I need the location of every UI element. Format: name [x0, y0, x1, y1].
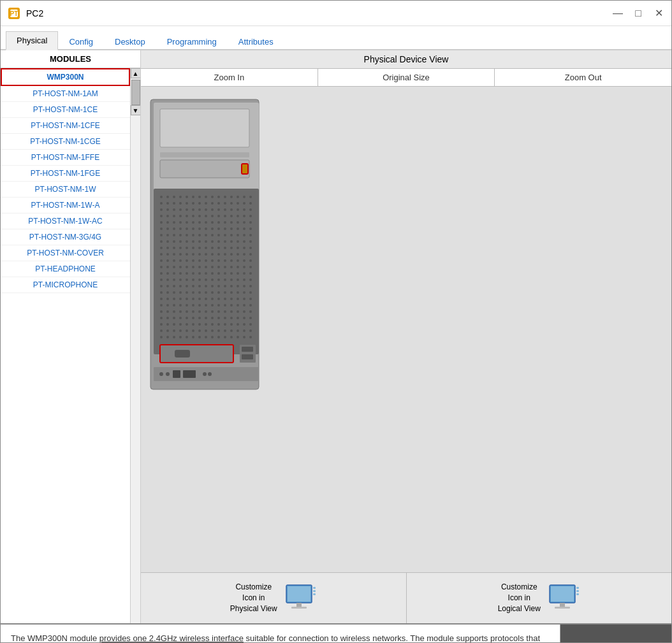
zoom-in-button[interactable]: Zoom In: [141, 69, 318, 86]
svg-point-367: [208, 372, 212, 376]
svg-rect-355: [160, 345, 233, 363]
svg-point-329: [186, 329, 188, 332]
module-item-pt-headphone[interactable]: PT-HEADPHONE: [1, 261, 130, 277]
svg-point-204: [249, 272, 252, 275]
svg-point-174: [249, 259, 252, 262]
svg-rect-7: [160, 160, 249, 178]
svg-rect-380: [576, 590, 579, 592]
svg-point-44: [186, 208, 188, 211]
svg-point-264: [249, 298, 252, 300]
minimize-button[interactable]: —: [611, 7, 624, 20]
svg-rect-369: [288, 586, 310, 602]
module-item-pt-host-nm-1w-ac[interactable]: PT-HOST-NM-1W-AC: [1, 213, 130, 229]
svg-point-306: [230, 317, 233, 319]
svg-point-43: [179, 208, 182, 211]
svg-point-284: [186, 310, 188, 313]
svg-point-347: [205, 336, 207, 338]
module-item-pt-host-nm-1ffe[interactable]: PT-HOST-NM-1FFE: [1, 150, 130, 166]
svg-point-327: [173, 329, 175, 332]
svg-point-317: [205, 323, 207, 326]
module-item-pt-host-nm-1w[interactable]: PT-HOST-NM-1W: [1, 182, 130, 198]
module-item-pt-host-nm-3g-4g[interactable]: PT-HOST-NM-3G/4G: [1, 229, 130, 245]
svg-point-139: [217, 247, 220, 249]
svg-rect-364: [173, 370, 180, 378]
svg-point-211: [198, 278, 201, 281]
svg-point-92: [205, 228, 207, 230]
module-item-pt-host-nm-1cfe[interactable]: PT-HOST-NM-1CFE: [1, 118, 130, 134]
tab-config[interactable]: Config: [58, 33, 104, 50]
module-item-pt-host-nm-1fge[interactable]: PT-HOST-NM-1FGE: [1, 166, 130, 182]
svg-point-304: [217, 317, 220, 319]
tab-programming[interactable]: Programming: [156, 33, 228, 50]
svg-point-144: [249, 247, 252, 249]
module-item-pt-host-nm-1ce[interactable]: PT-HOST-NM-1CE: [1, 102, 130, 118]
svg-point-294: [249, 310, 252, 313]
svg-point-157: [237, 253, 239, 256]
module-item-pt-host-nm-1w-a[interactable]: PT-HOST-NM-1W-A: [1, 198, 130, 213]
svg-point-69: [249, 215, 252, 217]
svg-point-158: [243, 253, 245, 256]
svg-point-146: [166, 253, 169, 256]
svg-point-217: [237, 278, 239, 281]
svg-point-205: [160, 278, 163, 281]
svg-point-272: [205, 304, 207, 307]
svg-point-289: [217, 310, 220, 313]
svg-point-173: [243, 259, 245, 262]
module-item-pt-microphone[interactable]: PT-MICROPHONE: [1, 277, 130, 293]
svg-point-127: [237, 240, 239, 243]
info-text: The WMP300N module provides one 2.4GHz w…: [1, 625, 560, 643]
module-item-pt-host-nm-cover[interactable]: PT-HOST-NM-COVER: [1, 245, 130, 261]
svg-point-11: [166, 196, 169, 198]
svg-point-94: [217, 228, 220, 230]
customize-logical-button[interactable]: Customize Icon in Logical View: [407, 573, 672, 623]
svg-point-254: [186, 298, 188, 300]
close-button[interactable]: ✕: [652, 7, 665, 20]
svg-point-107: [205, 234, 207, 236]
svg-point-53: [243, 208, 245, 211]
svg-point-305: [224, 317, 226, 319]
svg-point-41: [166, 208, 169, 211]
module-item-pt-host-nm-1am[interactable]: PT-HOST-NM-1AM: [1, 86, 130, 102]
svg-point-198: [211, 272, 214, 275]
bottom-bar: The WMP300N module provides one 2.4GHz w…: [1, 623, 671, 643]
module-item-wmp300n[interactable]: WMP300N: [1, 68, 130, 86]
pc-tower-svg: [147, 96, 268, 396]
svg-point-22: [237, 196, 239, 198]
svg-point-328: [179, 329, 182, 332]
svg-point-344: [186, 336, 188, 338]
svg-point-219: [249, 278, 252, 281]
svg-point-87: [173, 228, 175, 230]
svg-point-323: [243, 323, 245, 326]
tab-attributes[interactable]: Attributes: [228, 33, 284, 50]
customize-physical-button[interactable]: Customize Icon in Physical View: [141, 573, 407, 623]
svg-point-42: [173, 208, 175, 211]
svg-point-270: [192, 304, 194, 307]
maximize-button[interactable]: □: [632, 7, 645, 20]
svg-point-98: [243, 228, 245, 230]
module-item-pt-host-nm-1cge[interactable]: PT-HOST-NM-1CGE: [1, 134, 130, 150]
svg-point-91: [198, 228, 201, 230]
svg-point-149: [186, 253, 188, 256]
svg-point-75: [192, 221, 194, 224]
svg-point-225: [192, 285, 194, 287]
svg-point-251: [166, 298, 169, 300]
tab-desktop[interactable]: Desktop: [104, 33, 156, 50]
svg-point-154: [217, 253, 220, 256]
scrollbar-up[interactable]: ▲: [131, 68, 141, 78]
svg-point-315: [192, 323, 194, 326]
svg-point-190: [160, 272, 163, 275]
svg-point-308: [243, 317, 245, 319]
svg-point-352: [237, 336, 239, 338]
svg-point-297: [173, 317, 175, 319]
original-size-button[interactable]: Original Size: [318, 69, 495, 86]
svg-point-16: [198, 196, 201, 198]
scrollbar-down[interactable]: ▼: [131, 105, 141, 115]
svg-point-274: [217, 304, 220, 307]
zoom-out-button[interactable]: Zoom Out: [495, 69, 671, 86]
scrollbar-thumb[interactable]: [131, 80, 140, 105]
svg-point-346: [198, 336, 201, 338]
svg-point-199: [217, 272, 220, 275]
tab-physical[interactable]: Physical: [6, 31, 58, 50]
svg-point-34: [217, 202, 220, 205]
svg-point-134: [186, 247, 188, 249]
